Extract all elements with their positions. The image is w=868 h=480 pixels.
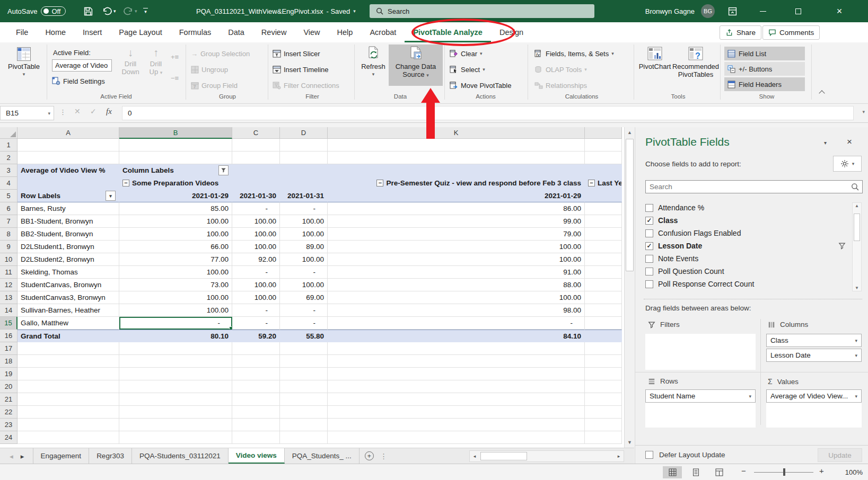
cell-D11[interactable]: - [280, 266, 328, 279]
row-header-15[interactable]: 15 [0, 317, 17, 330]
cell-A14[interactable]: Sullivan-Barnes, Heather [17, 304, 119, 317]
refresh-button[interactable]: Refresh ▾ [360, 46, 387, 77]
share-button[interactable]: Share [720, 25, 761, 40]
column-header-A[interactable]: A [17, 127, 119, 139]
list-scroll-down-icon[interactable]: ▼ [853, 286, 861, 290]
cell-D22[interactable] [280, 406, 328, 419]
cell-K17[interactable] [328, 342, 585, 355]
cell-L18[interactable] [585, 355, 622, 368]
column-header-C[interactable]: C [232, 127, 280, 139]
select-all-corner[interactable] [0, 127, 17, 139]
plus-minus-buttons-toggle[interactable]: +/- Buttons [724, 62, 805, 76]
cell-C4[interactable] [232, 177, 280, 190]
group-field-button[interactable]: 7 Group Field [191, 79, 238, 91]
cell-B10[interactable]: 77.00 [119, 253, 232, 266]
cell-A1[interactable] [17, 139, 119, 152]
cell-D10[interactable]: 100.00 [280, 253, 328, 266]
field-item-confusion-flags-enabled[interactable]: Confusion Flags Enabled [645, 227, 848, 239]
row-header-1[interactable]: 1 [0, 139, 17, 152]
cell-K7[interactable]: 99.00 [328, 215, 585, 228]
zoom-in-icon[interactable]: + [819, 466, 824, 475]
row-header-10[interactable]: 10 [0, 253, 17, 266]
cell-D8[interactable]: 100.00 [280, 228, 328, 241]
cell-B4[interactable]: −Some Preparation Videos [119, 177, 232, 190]
cell-B16[interactable]: 80.10 [119, 330, 232, 342]
field-item-attendance-[interactable]: Attendance % [645, 201, 848, 214]
collapse-group-icon[interactable]: − [588, 180, 595, 186]
avatar[interactable]: BG [701, 4, 715, 18]
ribbon-tab-view[interactable]: View [295, 22, 328, 42]
cell-D23[interactable] [280, 419, 328, 431]
cell-B11[interactable]: 100.00 [119, 266, 232, 279]
cell-D13[interactable]: 69.00 [280, 291, 328, 304]
cell-C23[interactable] [232, 419, 280, 431]
field-checkbox[interactable]: ✓ [645, 217, 653, 225]
cell-B24[interactable] [119, 431, 232, 444]
cell-K22[interactable] [328, 406, 585, 419]
cell-L2[interactable] [585, 152, 622, 164]
cell-K5[interactable]: 2021-01-29 [328, 190, 585, 202]
cell-D19[interactable] [280, 368, 328, 380]
autosave-toggle[interactable]: AutoSave Off [7, 0, 66, 22]
comments-button[interactable]: Comments [762, 25, 820, 40]
cell-B8[interactable]: 100.00 [119, 228, 232, 241]
cell-C22[interactable] [232, 406, 280, 419]
group-selection-button[interactable]: → Group Selection [191, 48, 250, 59]
tools-gear-button[interactable]: ▾ [833, 156, 862, 172]
cancel-icon[interactable]: ✕ [74, 107, 81, 115]
column-labels-filter-icon[interactable] [218, 165, 229, 175]
field-checkbox[interactable] [645, 204, 653, 212]
save-icon[interactable] [84, 0, 93, 22]
cell-A23[interactable] [17, 419, 119, 431]
field-checkbox[interactable] [645, 255, 653, 263]
cell-K15[interactable]: - [328, 317, 585, 330]
cell-B18[interactable] [119, 355, 232, 368]
cell-K16[interactable]: 84.10 [328, 330, 585, 342]
sheet-tab-pqa-students-[interactable]: PQA_Students_ ... [285, 448, 360, 464]
cell-B21[interactable] [119, 393, 232, 406]
pane-close-icon[interactable]: × [847, 137, 852, 147]
row-header-8[interactable]: 8 [0, 228, 17, 241]
enter-icon[interactable]: ✓ [90, 107, 97, 115]
cell-A17[interactable] [17, 342, 119, 355]
drill-up-button[interactable]: ↑ DrillUp ▾ [144, 47, 168, 77]
update-button[interactable]: Update [818, 448, 862, 462]
cell-L4[interactable]: −Last Ye [585, 177, 622, 190]
cell-K9[interactable]: 100.00 [328, 241, 585, 253]
row-header-24[interactable]: 24 [0, 431, 17, 444]
cell-B15[interactable]: - [119, 317, 232, 330]
insert-function-icon[interactable]: fx [106, 107, 112, 116]
cell-D24[interactable] [280, 431, 328, 444]
cell-B17[interactable] [119, 342, 232, 355]
cell-C6[interactable]: - [232, 202, 280, 215]
cell-K1[interactable] [328, 139, 585, 152]
cell-K10[interactable]: 100.00 [328, 253, 585, 266]
cell-C17[interactable] [232, 342, 280, 355]
column-header-B[interactable]: B [119, 127, 232, 139]
cell-D3[interactable] [280, 164, 328, 177]
page-break-preview-icon[interactable] [709, 466, 729, 478]
ribbon-tab-acrobat[interactable]: Acrobat [361, 22, 405, 42]
name-box-caret-icon[interactable]: ▾ [48, 111, 50, 116]
recommended-pivottables-button[interactable]: ? RecommendedPivotTables [672, 46, 719, 78]
chip-dropdown-icon[interactable]: ▾ [855, 338, 857, 343]
cell-L1[interactable] [585, 139, 622, 152]
ribbon-tab-page-layout[interactable]: Page Layout [110, 22, 170, 42]
drill-down-button[interactable]: ↓ DrillDown [118, 47, 143, 76]
cell-D12[interactable]: 100.00 [280, 279, 328, 291]
cell-L16[interactable] [585, 330, 622, 342]
cell-D6[interactable]: - [280, 202, 328, 215]
document-title[interactable]: PQA_03112021_WithView&EngPivot.xlsx - Sa… [196, 0, 356, 22]
cell-A5[interactable]: Row Labels▾ [17, 190, 119, 202]
cell-A6[interactable]: Barnes, Rusty [17, 202, 119, 215]
collapse-ribbon-icon[interactable] [820, 91, 827, 96]
cell-C2[interactable] [232, 152, 280, 164]
relationships-button[interactable]: Relationships [534, 79, 587, 91]
row-header-4[interactable]: 4 [0, 177, 17, 190]
values-chip[interactable]: Average of Video View...▾ [766, 389, 862, 403]
cell-A12[interactable]: StudentCanvas, Bronwyn [17, 279, 119, 291]
cell-A10[interactable]: D2LStudent2, Bronwyn [17, 253, 119, 266]
cell-K11[interactable]: 91.00 [328, 266, 585, 279]
field-checkbox[interactable]: ✓ [645, 242, 653, 250]
row-header-23[interactable]: 23 [0, 419, 17, 431]
